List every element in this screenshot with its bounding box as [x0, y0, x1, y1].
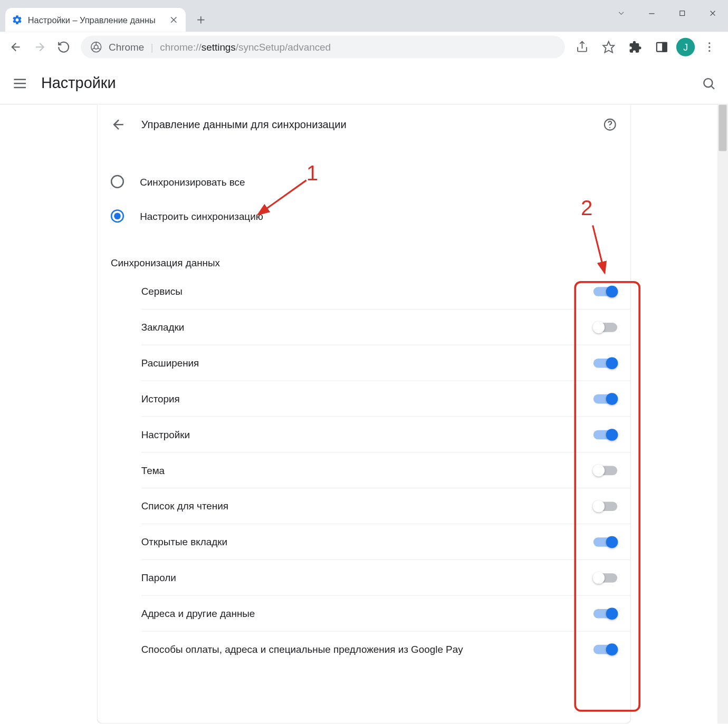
toggle-row: Открытые вкладки [141, 524, 631, 559]
nav-back-button[interactable] [4, 35, 28, 59]
scrollbar[interactable] [717, 105, 728, 724]
svg-marker-16 [603, 41, 614, 52]
kebab-menu-icon[interactable] [697, 35, 721, 59]
browser-toolbar: Chrome | chrome://settings/syncSetup/adv… [0, 32, 728, 62]
help-icon[interactable] [602, 117, 617, 132]
gear-icon [12, 15, 23, 25]
toggle-switch[interactable] [593, 573, 617, 583]
settings-card: Управление данными для синхронизации Син… [97, 105, 631, 724]
url-text: chrome://settings/syncSetup/advanced [160, 41, 331, 52]
svg-point-11 [94, 45, 98, 49]
extensions-icon[interactable] [623, 35, 647, 59]
toggle-list: СервисыЗакладкиРасширенияИсторияНастройк… [98, 274, 630, 667]
toggle-label: Открытые вкладки [141, 536, 593, 547]
toggle-label: История [141, 393, 593, 404]
settings-header: Настройки [0, 62, 728, 104]
radio-sync-all[interactable]: Синхронизировать все [111, 165, 617, 199]
toggle-label: Способы оплаты, адреса и специальные пре… [141, 643, 593, 654]
toggle-row: Настройки [141, 416, 631, 452]
toggle-switch[interactable] [593, 466, 617, 475]
toggle-label: Тема [141, 465, 593, 476]
address-bar[interactable]: Chrome | chrome://settings/syncSetup/adv… [81, 35, 564, 58]
section-label: Синхронизация данных [98, 240, 630, 274]
toggle-label: Закладки [141, 322, 593, 333]
toggle-switch[interactable] [593, 501, 617, 511]
toggle-row: Сервисы [98, 274, 630, 309]
toggle-row: История [141, 380, 631, 416]
reload-button[interactable] [52, 35, 75, 59]
star-icon[interactable] [597, 35, 620, 59]
new-tab-button[interactable] [191, 10, 211, 30]
svg-rect-19 [663, 42, 666, 51]
hamburger-icon[interactable] [12, 75, 28, 91]
toggle-row: Способы оплаты, адреса и специальные пре… [141, 631, 631, 667]
toggle-switch[interactable] [593, 430, 617, 439]
maximize-button[interactable] [667, 0, 697, 26]
radio-label: Синхронизировать все [140, 176, 245, 187]
back-arrow-icon[interactable] [111, 117, 127, 132]
sidepanel-icon[interactable] [650, 35, 674, 59]
avatar[interactable]: J [676, 37, 695, 56]
svg-line-27 [712, 86, 714, 89]
page-title: Настройки [41, 74, 702, 92]
minimize-button[interactable] [637, 0, 667, 26]
toggle-label: Список для чтения [141, 500, 593, 511]
share-icon[interactable] [570, 35, 594, 59]
toggle-row: Адреса и другие данные [141, 595, 631, 631]
close-icon[interactable] [168, 15, 179, 25]
close-window-button[interactable] [697, 0, 728, 26]
content-area: Управление данными для синхронизации Син… [0, 105, 728, 724]
toggle-switch[interactable] [593, 609, 617, 618]
toggle-row: Список для чтения [141, 488, 631, 524]
radio-group-sync-mode: Синхронизировать все Настроить синхрониз… [98, 144, 630, 240]
radio-icon [111, 175, 124, 188]
toggle-switch[interactable] [593, 287, 617, 296]
svg-line-13 [92, 47, 95, 49]
chevron-down-icon[interactable] [606, 0, 637, 26]
nav-forward-button[interactable] [28, 35, 52, 59]
search-icon[interactable] [702, 76, 716, 91]
svg-point-26 [704, 79, 712, 87]
toggle-switch[interactable] [593, 394, 617, 403]
radio-sync-custom[interactable]: Настроить синхронизацию [111, 199, 617, 233]
window-titlebar: Настройки – Управление данны [0, 0, 728, 32]
radio-icon [111, 209, 124, 223]
svg-line-14 [98, 47, 101, 49]
toggle-row: Пароли [141, 559, 631, 595]
url-prefix: Chrome [109, 41, 144, 52]
separator: | [151, 41, 154, 52]
toggle-label: Пароли [141, 572, 593, 583]
toggle-row: Тема [141, 452, 631, 488]
toggle-label: Адреса и другие данные [141, 607, 593, 619]
toggle-label: Расширения [141, 357, 593, 368]
toggle-switch[interactable] [593, 358, 617, 368]
tab-title: Настройки – Управление данны [28, 15, 168, 25]
svg-point-22 [708, 50, 710, 51]
browser-tab[interactable]: Настройки – Управление данны [5, 8, 186, 32]
window-controls [606, 0, 728, 26]
toggle-label: Сервисы [141, 286, 593, 297]
toggle-switch[interactable] [593, 322, 617, 332]
toggle-switch[interactable] [593, 537, 617, 547]
radio-label: Настроить синхронизацию [140, 210, 263, 221]
toggle-switch[interactable] [593, 644, 617, 654]
svg-rect-5 [680, 11, 685, 16]
svg-point-30 [609, 127, 610, 128]
toggle-label: Настройки [141, 429, 593, 440]
card-title: Управление данными для синхронизации [141, 119, 603, 131]
svg-point-21 [708, 46, 710, 47]
chrome-icon [90, 41, 102, 53]
toggle-row: Расширения [141, 345, 631, 381]
toggle-row: Закладки [141, 309, 631, 345]
svg-point-20 [708, 42, 710, 44]
